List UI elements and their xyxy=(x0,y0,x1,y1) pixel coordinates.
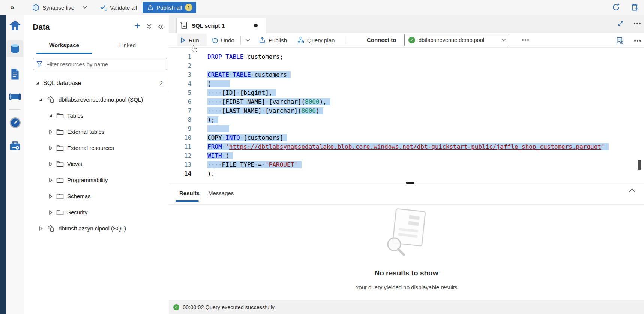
code-text: WITH·( xyxy=(207,151,233,160)
caret-collapsed-icon[interactable] xyxy=(48,194,53,199)
undo-icon xyxy=(212,37,218,43)
tree-item-dbtlabs-revenue-demo-pool-sql[interactable]: dbtlabs.revenue.demo.pool (SQL) xyxy=(24,91,169,108)
tree-item-schemas[interactable]: Schemas xyxy=(24,188,169,204)
line-number: 5 xyxy=(169,88,191,97)
chevron-down-icon xyxy=(245,39,250,42)
caret-collapsed-icon[interactable] xyxy=(48,162,53,166)
nav-manage-icon[interactable] xyxy=(7,137,23,154)
data-explorer-panel: Data + Workspace Linked SQL database2dbt… xyxy=(24,15,169,314)
tab-results[interactable]: Results xyxy=(176,187,203,199)
code-line-14[interactable]: 14); xyxy=(169,169,644,178)
line-number: 10 xyxy=(169,133,191,142)
publish-all-button[interactable]: Publish all 1 xyxy=(143,2,196,13)
tab-title: SQL script 1 xyxy=(192,22,225,29)
caret-collapsed-icon[interactable] xyxy=(48,146,53,150)
tree-item-tables[interactable]: Tables xyxy=(24,108,169,124)
nav-monitor-icon[interactable] xyxy=(7,114,23,131)
tree-item-label: Tables xyxy=(67,112,83,119)
splitter-drag-handle[interactable] xyxy=(406,182,414,184)
refresh-icon[interactable] xyxy=(611,3,621,12)
tree-item-sql-database[interactable]: SQL database2 xyxy=(24,75,169,91)
tree-item-count: 2 xyxy=(160,80,169,86)
code-line-1[interactable]: 1DROP TABLE customers; xyxy=(169,52,644,61)
pool-selector-dropdown[interactable]: ✓ dbtlabs.revenue.demo.pool xyxy=(404,34,509,46)
code-text: ); xyxy=(207,169,215,178)
query-plan-button[interactable]: Query plan xyxy=(294,34,338,46)
code-line-4[interactable]: 4( xyxy=(169,79,644,88)
discard-trash-icon[interactable] xyxy=(630,3,639,12)
caret-collapsed-icon[interactable] xyxy=(48,178,53,182)
tree-item-label: External resources xyxy=(67,145,114,151)
nav-data-icon[interactable] xyxy=(7,40,23,57)
caret-collapsed-icon[interactable] xyxy=(48,130,53,134)
toolbar-separator xyxy=(346,36,346,44)
tree-item-label: Programmability xyxy=(67,177,108,183)
code-line-8[interactable]: 8); xyxy=(169,115,644,124)
validate-all-button[interactable]: Validate all xyxy=(100,0,137,15)
nav-integrate-icon[interactable] xyxy=(7,88,23,105)
tree-item-external-resources[interactable]: External resources xyxy=(24,140,169,156)
tab-more-options-icon[interactable] xyxy=(634,23,635,24)
expand-topnav-icon[interactable]: » xyxy=(11,0,13,15)
caret-expanded-icon[interactable] xyxy=(35,81,40,85)
code-line-7[interactable]: 7····[LAST_NAME]·[varchar](8000) xyxy=(169,106,644,115)
code-text: ····[ID]·[bigint], xyxy=(207,88,276,97)
add-resource-icon[interactable]: + xyxy=(134,22,140,29)
collapse-panel-icon[interactable] xyxy=(158,24,164,29)
chevron-down-icon xyxy=(501,39,506,42)
tab-messages[interactable]: Messages xyxy=(204,187,237,199)
tree-item-security[interactable]: Security xyxy=(24,204,169,220)
tab-sql-script-1[interactable]: SQL script 1 xyxy=(176,18,266,33)
nav-develop-icon[interactable] xyxy=(7,66,23,82)
tree-item-programmability[interactable]: Programmability xyxy=(24,172,169,188)
editor-more-icon[interactable] xyxy=(634,40,636,42)
run-options-dropdown[interactable] xyxy=(242,34,253,46)
code-line-10[interactable]: 10COPY·INTO·[customers] xyxy=(169,133,644,142)
run-button[interactable]: Run xyxy=(177,34,207,46)
folder-icon xyxy=(56,145,64,151)
tree-item-external-tables[interactable]: External tables xyxy=(24,124,169,140)
filter-input[interactable] xyxy=(45,61,164,68)
toolbar-more-icon[interactable] xyxy=(522,39,524,41)
publish-icon xyxy=(259,37,266,43)
code-line-9[interactable]: 9 xyxy=(169,124,644,133)
caret-expanded-icon[interactable] xyxy=(38,97,43,102)
caret-collapsed-icon[interactable] xyxy=(48,210,53,215)
folder-icon xyxy=(56,209,64,215)
code-line-11[interactable]: 11FROM·'https://dbtlabsynapsedatalake.bl… xyxy=(169,142,644,151)
toolbar-separator xyxy=(240,36,241,44)
tree-item-dbtmsft-azsyn-cipool-sql[interactable]: dbtmsft.azsyn.cipool (SQL) xyxy=(24,220,169,236)
collapse-all-icon[interactable] xyxy=(147,24,152,29)
code-line-5[interactable]: 5····[ID]·[bigint], xyxy=(169,88,644,97)
mode-selector[interactable]: Synapse live xyxy=(32,0,87,15)
unsaved-changes-dot xyxy=(254,24,258,27)
publish-button[interactable]: Publish xyxy=(256,34,290,46)
expand-editor-icon[interactable] xyxy=(617,20,624,27)
line-number: 14 xyxy=(169,169,191,178)
tree-item-views[interactable]: Views xyxy=(24,156,169,172)
code-line-6[interactable]: 6····[FIRST_NAME]·[varchar](8000), xyxy=(169,97,644,106)
editor-scrollbar-thumb[interactable] xyxy=(638,160,641,170)
nav-home-icon[interactable] xyxy=(7,17,23,33)
code-line-13[interactable]: 13····FILE_TYPE·=·'PARQUET' xyxy=(169,160,644,169)
tab-workspace[interactable]: Workspace xyxy=(36,39,92,51)
code-line-2[interactable]: 2 xyxy=(169,61,644,70)
code-line-12[interactable]: 12WITH·( xyxy=(169,151,644,160)
tree-item-label: Views xyxy=(67,161,82,167)
tree-item-label: Security xyxy=(67,209,87,215)
tab-linked[interactable]: Linked xyxy=(107,39,148,51)
caret-collapsed-icon[interactable] xyxy=(38,226,43,231)
validate-icon xyxy=(100,4,107,11)
results-tab-underline xyxy=(176,200,199,202)
collapse-results-icon[interactable] xyxy=(629,188,636,193)
caret-expanded-icon[interactable] xyxy=(48,114,53,118)
properties-icon[interactable] xyxy=(616,37,624,45)
publish-count-badge: 1 xyxy=(185,4,192,11)
folder-icon xyxy=(56,177,64,183)
sql-code-editor[interactable]: 1DROP TABLE customers;23CREATE·TABLE·cus… xyxy=(169,48,644,183)
code-text: CREATE·TABLE·customers xyxy=(207,70,291,79)
connect-to-label: Connect to xyxy=(367,37,396,43)
query-status-bar: ✓ 00:00:02 Query executed successfully. xyxy=(169,300,644,314)
code-line-3[interactable]: 3CREATE·TABLE·customers xyxy=(169,70,644,79)
undo-button[interactable]: Undo xyxy=(209,34,237,46)
